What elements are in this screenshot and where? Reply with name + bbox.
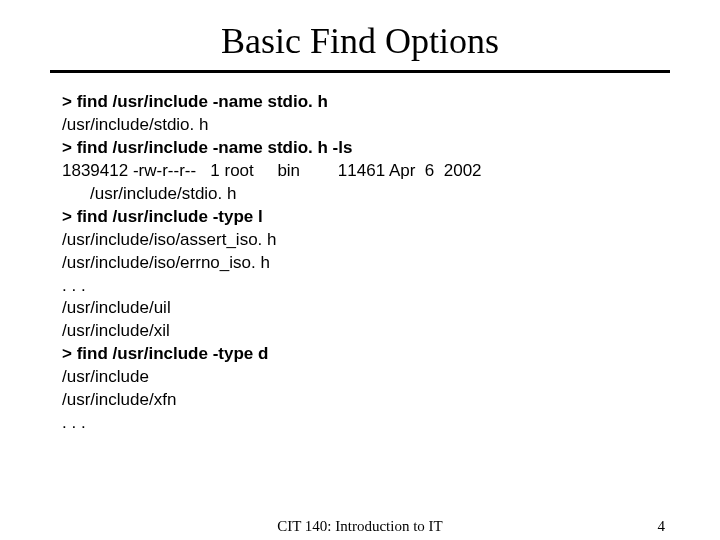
slide-content: > find /usr/include -name stdio. h /usr/…: [50, 91, 670, 435]
footer-course: CIT 140: Introduction to IT: [277, 518, 443, 535]
output-line: /usr/include/stdio. h: [62, 114, 670, 137]
command-line: > find /usr/include -name stdio. h -ls: [62, 137, 670, 160]
output-line: /usr/include/iso/assert_iso. h: [62, 229, 670, 252]
output-line: . . .: [62, 412, 670, 435]
output-line: /usr/include/xfn: [62, 389, 670, 412]
output-line: /usr/include/xil: [62, 320, 670, 343]
output-line: /usr/include: [62, 366, 670, 389]
output-line: . . .: [62, 275, 670, 298]
command-line: > find /usr/include -type l: [62, 206, 670, 229]
command-line: > find /usr/include -type d: [62, 343, 670, 366]
output-line: 1839412 -rw-r--r-- 1 root bin 11461 Apr …: [62, 160, 670, 183]
output-line: /usr/include/stdio. h: [62, 183, 670, 206]
title-divider: [50, 70, 670, 73]
footer-page-number: 4: [658, 518, 666, 535]
slide-title: Basic Find Options: [50, 20, 670, 62]
output-line: /usr/include/uil: [62, 297, 670, 320]
output-line: /usr/include/iso/errno_iso. h: [62, 252, 670, 275]
command-line: > find /usr/include -name stdio. h: [62, 91, 670, 114]
